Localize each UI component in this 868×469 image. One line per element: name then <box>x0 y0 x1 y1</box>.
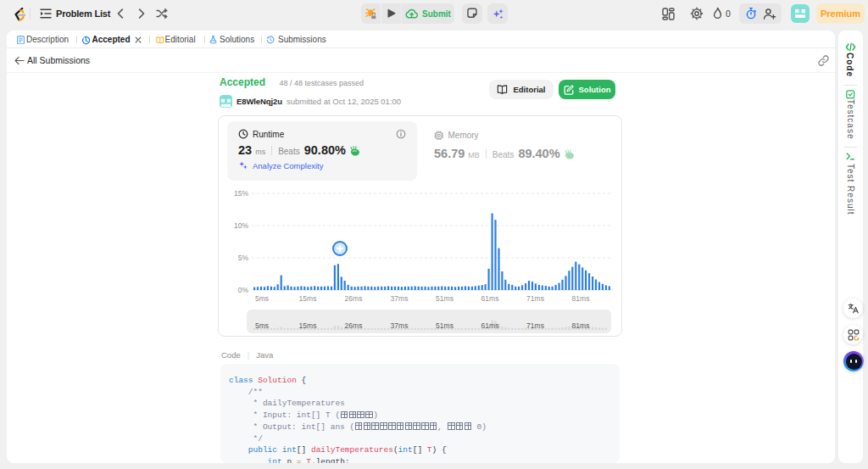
svg-text:37ms: 37ms <box>391 321 409 330</box>
svg-text:61ms: 61ms <box>481 294 499 303</box>
svg-text:81ms: 81ms <box>572 294 590 303</box>
svg-text:51ms: 51ms <box>436 321 453 330</box>
svg-text:51ms: 51ms <box>436 294 453 303</box>
svg-text:5%: 5% <box>238 254 249 262</box>
svg-text:71ms: 71ms <box>526 294 544 303</box>
svg-text:15ms: 15ms <box>299 294 317 303</box>
svg-text:15%: 15% <box>234 189 248 198</box>
svg-text:81ms: 81ms <box>572 321 590 330</box>
svg-text:26ms: 26ms <box>345 321 363 330</box>
svg-text:37ms: 37ms <box>391 294 409 303</box>
svg-text:71ms: 71ms <box>526 321 544 330</box>
svg-text:5ms: 5ms <box>255 321 269 330</box>
svg-text:10%: 10% <box>234 221 248 230</box>
svg-text:61ms: 61ms <box>481 321 499 330</box>
svg-text:15ms: 15ms <box>299 321 317 330</box>
svg-text:0%: 0% <box>238 286 249 294</box>
svg-text:26ms: 26ms <box>345 294 363 303</box>
svg-text:5ms: 5ms <box>255 294 269 303</box>
